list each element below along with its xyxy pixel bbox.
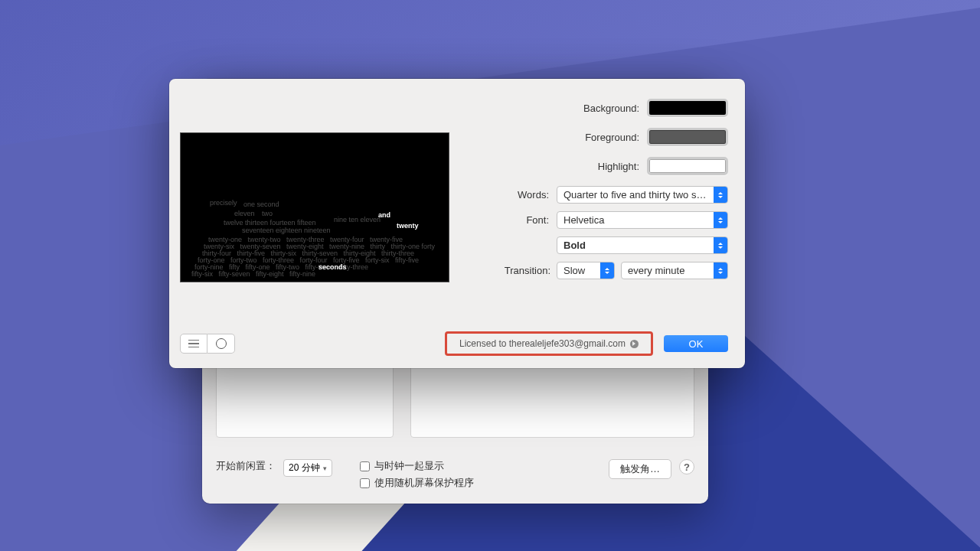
font-label: Font: — [526, 214, 549, 226]
font-weight-select[interactable]: Bold — [557, 236, 728, 254]
stepper-icon — [714, 237, 727, 253]
help-button[interactable]: ? — [679, 459, 694, 474]
background-label: Background: — [583, 103, 639, 114]
foreground-label: Foreground: — [585, 132, 639, 143]
license-badge: Licensed to therealeljefe303@gmail.com — [445, 331, 653, 356]
options-form: Background: Foreground: Highlight: Words… — [471, 94, 728, 325]
show-with-clock-checkbox[interactable]: 与时钟一起显示 — [360, 459, 601, 473]
play-circle-icon[interactable] — [630, 340, 639, 348]
preview-highlight: and — [378, 211, 390, 219]
list-icon — [188, 340, 199, 348]
transition-speed-select[interactable]: Slow — [557, 262, 615, 279]
idle-value: 20 分钟 — [289, 461, 320, 474]
sheet-footer: Licensed to therealeljefe303@gmail.com O… — [180, 325, 728, 356]
idle-label: 开始前闲置： — [216, 459, 276, 473]
background-color-well[interactable] — [647, 99, 728, 117]
license-text: Licensed to therealeljefe303@gmail.com — [459, 338, 626, 349]
circle-icon — [216, 338, 227, 349]
idle-select[interactable]: 20 分钟▾ — [283, 459, 332, 477]
highlight-label: Highlight: — [598, 161, 639, 172]
options-sheet: precisely one second eleven two twelve t… — [169, 79, 745, 368]
hot-corners-button[interactable]: 触发角… — [609, 459, 671, 479]
transition-interval-select[interactable]: every minute — [621, 262, 728, 279]
word-clock-preview: precisely one second eleven two twelve t… — [180, 132, 449, 282]
random-screensaver-checkbox[interactable]: 使用随机屏幕保护程序 — [360, 476, 601, 490]
highlight-color-well[interactable] — [647, 157, 728, 175]
help-icon: ? — [684, 461, 690, 473]
words-select[interactable]: Quarter to five and thirty two sec… — [557, 186, 728, 204]
list-view-button[interactable] — [180, 334, 207, 354]
preview-highlight: twenty — [397, 222, 419, 230]
bottom-row: 开始前闲置： 20 分钟▾ 与时钟一起显示 使用随机屏幕保护程序 触发角… ? — [216, 455, 694, 490]
foreground-color-well[interactable] — [647, 128, 728, 146]
transition-label: Transition: — [505, 265, 550, 276]
view-mode-segment — [180, 334, 235, 354]
words-label: Words: — [518, 189, 549, 201]
stepper-icon — [714, 212, 727, 228]
font-family-select[interactable]: Helvetica — [557, 211, 728, 229]
preview-highlight: seconds — [318, 263, 347, 271]
stepper-icon — [714, 187, 727, 203]
stepper-icon — [714, 262, 727, 279]
ok-button[interactable]: OK — [664, 335, 728, 352]
circle-view-button[interactable] — [207, 334, 235, 354]
stepper-icon — [600, 262, 614, 279]
